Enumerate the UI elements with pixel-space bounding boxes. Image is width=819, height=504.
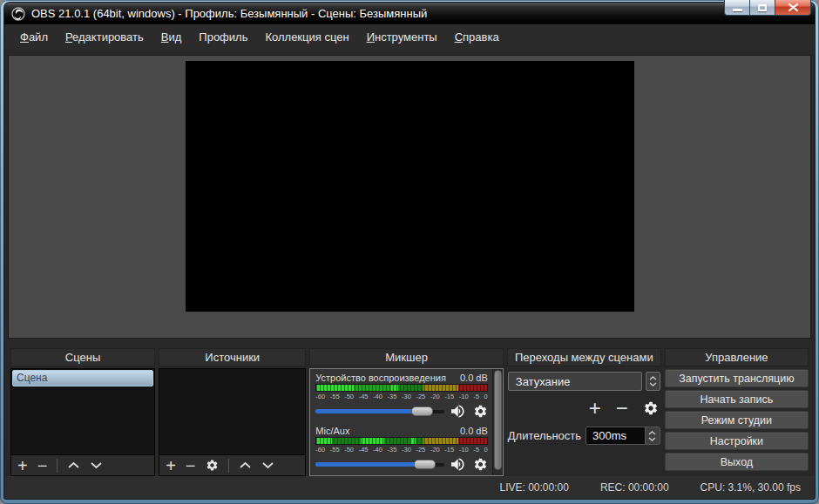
channel-name: Устройство воспроизведения	[315, 373, 446, 383]
menu-profile[interactable]: Профиль	[190, 27, 256, 47]
menu-scene-collection[interactable]: Коллекция сцен	[256, 27, 357, 47]
mixer-scrollbar[interactable]	[492, 369, 503, 475]
duration-spinbox[interactable]: 300ms	[585, 427, 660, 445]
channel-settings-gear-icon[interactable]	[473, 457, 488, 472]
close-button[interactable]	[775, 0, 811, 16]
speaker-icon[interactable]	[450, 404, 467, 419]
transitions-panel: Переходы между сценами Затухание + −	[507, 348, 661, 476]
source-properties-gear-icon[interactable]	[206, 459, 219, 472]
maximize-button[interactable]	[750, 0, 775, 16]
volume-slider-handle[interactable]	[414, 460, 436, 469]
source-up-button[interactable]	[239, 461, 252, 469]
transition-selected-value: Затухание	[516, 375, 571, 388]
remove-source-button[interactable]: −	[186, 458, 196, 474]
chevron-up-icon	[648, 431, 656, 435]
chevron-down-icon	[649, 382, 657, 386]
add-transition-button[interactable]: +	[589, 400, 601, 416]
duration-value[interactable]: 300ms	[586, 427, 645, 444]
volume-slider[interactable]	[315, 459, 444, 470]
menu-edit[interactable]: Редактировать	[57, 27, 152, 47]
dock-panels: Сцены Сцена + −	[4, 339, 815, 476]
channel-name: Mic/Aux	[315, 426, 349, 436]
channel-settings-gear-icon[interactable]	[473, 404, 488, 419]
duration-label: Длительность	[508, 429, 581, 442]
add-source-button[interactable]: +	[166, 458, 176, 474]
menu-tools[interactable]: Инструменты	[358, 27, 446, 47]
speaker-icon[interactable]	[450, 457, 467, 472]
controls-header[interactable]: Управление	[665, 348, 809, 366]
sources-panel: Источники + −	[159, 348, 306, 476]
window-controls	[724, 0, 811, 16]
menu-help[interactable]: Справка	[446, 27, 508, 47]
remove-transition-button[interactable]: −	[616, 400, 628, 416]
scenes-panel: Сцены Сцена + −	[10, 348, 155, 476]
title-bar[interactable]: OBS 21.0.1 (64bit, windows) - Профиль: Б…	[4, 3, 815, 24]
obs-logo-icon	[11, 7, 25, 21]
preview-area	[8, 55, 811, 339]
mixer-header[interactable]: Микшер	[309, 348, 504, 366]
exit-button[interactable]: Выход	[665, 453, 809, 471]
status-bar: LIVE: 00:00:00 REC: 00:00:00 CPU: 3.1%, …	[4, 476, 815, 499]
transitions-header[interactable]: Переходы между сценами	[507, 348, 661, 366]
studio-mode-button[interactable]: Режим студии	[665, 411, 809, 429]
mixer-panel: Микшер Устройство воспроизведения 0.0 dB…	[309, 348, 504, 476]
settings-button[interactable]: Настройки	[665, 432, 809, 450]
volume-meter	[315, 384, 488, 392]
scenes-header[interactable]: Сцены	[10, 348, 155, 366]
window-frame: OBS 21.0.1 (64bit, windows) - Профиль: Б…	[0, 0, 819, 504]
meter-scale: -60-55-50-45-40-35-30-25-20-15-10-50	[315, 445, 488, 454]
menu-view[interactable]: Вид	[152, 27, 191, 47]
duration-spinner[interactable]	[645, 427, 660, 444]
controls-panel: Управление Запустить трансляцию Начать з…	[665, 348, 809, 476]
remove-scene-button[interactable]: −	[37, 458, 48, 474]
menu-file[interactable]: Файл	[11, 27, 57, 47]
scene-up-button[interactable]	[67, 461, 80, 469]
chevron-up-icon	[649, 376, 657, 380]
start-recording-button[interactable]: Начать запись	[665, 390, 809, 408]
chevron-down-icon	[648, 437, 656, 441]
toolbar-separator	[57, 459, 58, 473]
window-title: OBS 21.0.1 (64bit, windows) - Профиль: Б…	[31, 7, 427, 20]
minimize-button[interactable]	[724, 0, 750, 16]
scene-down-button[interactable]	[90, 461, 103, 469]
scene-list-item[interactable]: Сцена	[12, 370, 153, 386]
preview-canvas[interactable]	[186, 61, 634, 312]
sources-header[interactable]: Источники	[159, 348, 306, 366]
add-scene-button[interactable]: +	[17, 458, 28, 474]
live-time: LIVE: 00:00:00	[499, 481, 568, 494]
sources-toolbar: + −	[159, 454, 305, 475]
rec-time: REC: 00:00:00	[600, 481, 669, 494]
channel-db-value: 0.0 dB	[460, 426, 488, 436]
transition-select[interactable]: Затухание	[508, 372, 642, 391]
scenes-toolbar: + −	[11, 454, 154, 475]
maximize-icon	[758, 4, 767, 11]
close-icon	[789, 3, 798, 11]
mixer-channel-mic-aux: Mic/Aux 0.0 dB -60-55-50-45-40-35-30-25-…	[315, 425, 488, 474]
volume-slider-handle[interactable]	[411, 407, 433, 416]
channel-db-value: 0.0 dB	[460, 373, 488, 383]
source-down-button[interactable]	[261, 461, 274, 469]
cpu-fps-stats: CPU: 3.1%, 30.00 fps	[701, 481, 801, 494]
transition-spinner[interactable]	[646, 372, 660, 391]
start-streaming-button[interactable]: Запустить трансляцию	[665, 369, 809, 387]
volume-meter	[315, 437, 488, 445]
mixer-channel-desktop-audio: Устройство воспроизведения 0.0 dB -60-55…	[315, 372, 488, 420]
minimize-icon	[733, 9, 742, 11]
toolbar-separator	[228, 459, 229, 473]
menu-bar: Файл Редактировать Вид Профиль Коллекция…	[4, 24, 815, 49]
meter-scale: -60-55-50-45-40-35-30-25-20-15-10-50	[315, 392, 488, 401]
sources-list[interactable]	[159, 369, 305, 454]
obs-window: OBS 21.0.1 (64bit, windows) - Профиль: Б…	[0, 0, 819, 504]
volume-slider[interactable]	[315, 406, 444, 417]
scenes-list[interactable]: Сцена	[11, 369, 154, 454]
transition-properties-gear-icon[interactable]	[643, 400, 659, 416]
